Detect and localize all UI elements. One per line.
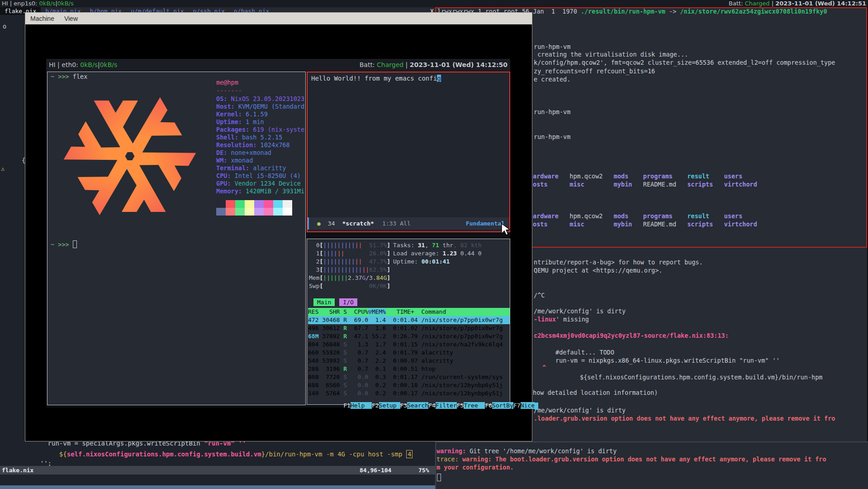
vm-terminal-window[interactable]: ~ >>> flex: [47, 72, 306, 405]
shell-prompt: ~ >>>: [51, 240, 77, 249]
process-row[interactable]: 660 55920 S 0.7 2.4 0:01.79 alacritty: [308, 349, 510, 357]
palette-swatch: [245, 200, 254, 208]
process-row[interactable]: 804 36848 S 1.3 1.7 0:01.15 /nix/store/h…: [308, 340, 510, 349]
fn-search-button[interactable]: Search: [407, 402, 428, 409]
fetch-user-host: me@hpm: [216, 79, 238, 86]
qemu-menubar: Machine View: [25, 13, 532, 24]
emacs-modeline: ● 34 *scratch* 1:33 All Fundamental: [308, 217, 509, 230]
swap-meter: Swp[ 0K/0K]: [309, 282, 390, 290]
palette-swatch: [245, 208, 254, 216]
htop-tab-bar: Main I/O: [313, 298, 357, 306]
terminal-line: k/config/hpm.qcow2', fmt=qcow2 cluster_s…: [534, 59, 835, 67]
cpu-meter-0: 0[||||||||||| 51.7%]: [309, 241, 390, 249]
fn-tree-button[interactable]: Tree: [464, 402, 485, 409]
fetch-row-kernel: Kernel: 6.1.59: [216, 110, 268, 118]
fn-key-f2[interactable]: F2: [372, 402, 379, 409]
editor-fragment: o: [3, 23, 6, 30]
emacs-cursor: g: [437, 75, 441, 82]
process-row-selected[interactable]: 472 30468 R 69.0 1.4 0:01.04 /nix/store/…: [308, 316, 510, 324]
modeline-position: 1:33: [382, 217, 396, 230]
vm-clock: 2023-11-01 (Wed) 14:12:50: [410, 61, 508, 68]
htop-window[interactable]: 0[||||||||||| 51.7%] 1[|||||| 26.0%] 2[|…: [307, 239, 510, 405]
vm-battery-status: Charged: [377, 61, 403, 68]
uptime: Uptime: 00:01:41: [393, 258, 450, 266]
fetch-row-shell: Shell: bash 5.2.15: [216, 134, 282, 141]
error-caret: ^: [542, 364, 546, 372]
fetch-row-uptime: Uptime: 1 min: [216, 118, 264, 126]
cpu-meter-1: 1[|||||| 26.0%]: [309, 249, 390, 258]
modeline-scroll: All: [400, 217, 410, 230]
fetch-separator: -------: [216, 87, 242, 95]
terminal-line: run-hpm-vm: [534, 133, 570, 141]
vm-network-status: HI | eth0: 0kB/s|0kB/s: [49, 59, 117, 71]
battery-clock: Batt: Charged | 2023-11-01 (Wed) 14:12:5…: [729, 0, 866, 7]
terminal-line: run-vm = nixpkgs.x86_64-linux.pkgs.write…: [555, 357, 780, 364]
palette-swatch: [254, 200, 264, 208]
statusline-filename: flake.nix: [2, 466, 33, 475]
battery-status: Charged: [745, 0, 770, 7]
menu-view[interactable]: View: [59, 13, 83, 24]
fetch-row-os: OS: NixOS 23.05.20231023: [216, 95, 304, 103]
file-listing-row: osts misc mybin README.md scripts virtch…: [533, 221, 757, 228]
palette-swatch: [235, 200, 245, 208]
modeline-number: 34: [328, 217, 335, 230]
fn-key-f6[interactable]: F6: [485, 402, 492, 409]
fn-bar-cursor: [535, 403, 538, 410]
fetch-row-resolution: Resolution: 1024x768: [216, 141, 290, 149]
fn-filter-button[interactable]: Filter: [436, 402, 457, 409]
process-row[interactable]: 688 6560 S 0.0 0.2 0:00.18 /nix/store/12…: [308, 381, 510, 389]
fn-key-f3[interactable]: F3: [400, 402, 408, 409]
fn-help-button[interactable]: Help: [351, 402, 372, 409]
warning-line: m your configuration.: [436, 464, 514, 471]
modeline-major-mode: Fundamental: [466, 217, 505, 230]
emacs-buffer-text: Hello World!! from my emacs config: [311, 74, 441, 83]
warning-line: trace: warning: The boot.loader.grub.ver…: [436, 455, 826, 463]
fetch-row-wm: WM: xmonad: [216, 157, 253, 164]
process-row[interactable]: 540 53992 S 0.7 2.2 0:00.97 alacritty: [308, 357, 510, 365]
htop-tab-main[interactable]: Main: [313, 298, 335, 306]
memory-meter: Mem[|||||||2.37G/3.84G]: [309, 274, 390, 282]
highlighted-number: 4: [406, 450, 413, 458]
terminal-line: ntribute/report-a-bug> for how to report…: [534, 259, 703, 266]
vm-display[interactable]: HI | eth0: 0kB/s|0kB/s Batt: Charged | 2…: [46, 59, 510, 408]
shell-prompt: ~ >>> flex: [51, 73, 87, 81]
htop-tab-io[interactable]: I/O: [339, 298, 357, 306]
error-location-line: c2bcsm4xmj0vd0capi9q2yc0yzl87-source/fla…: [534, 332, 729, 340]
palette-swatch: [283, 208, 292, 216]
fn-sortby-button[interactable]: SortBy: [492, 402, 513, 409]
fetch-row-gpu: GPU: Vendor 1234 Device: [216, 180, 301, 187]
palette-swatch: [226, 200, 235, 208]
htop-table-header[interactable]: RES SHR S CPU%▽MEM% TIME+ Command: [308, 308, 510, 316]
fn-key-f7[interactable]: F7: [513, 402, 521, 409]
qemu-window[interactable]: Machine View HI | eth0: 0kB/s|0kB/s Batt…: [25, 12, 532, 441]
fn-nice-button[interactable]: Nice: [521, 402, 535, 409]
menu-machine[interactable]: Machine: [25, 13, 59, 24]
fetch-row-cpu: CPU: Intel i5-8250U (4): [216, 172, 301, 180]
terminal-line: e created.: [534, 76, 570, 83]
palette-swatch: [216, 208, 226, 216]
terminal-line: -linux' missing: [534, 316, 589, 323]
warning-line: warning: Git tree '/home/me/work/config'…: [436, 447, 617, 455]
modeline-buffer-name: *scratch*: [342, 217, 374, 230]
fetch-row-host: Host: KVM/QEMU (Standard: [216, 103, 304, 110]
emacs-window[interactable]: Hello World!! from my emacs config ● 34 …: [307, 72, 510, 232]
palette-swatch: [226, 208, 235, 216]
fn-key-f1[interactable]: F1: [343, 402, 351, 409]
cpu-meter-2: 2[||||||||||| 47.7%]: [309, 258, 390, 266]
fn-setup-button[interactable]: Setup: [379, 402, 400, 409]
process-row[interactable]: 68M 37892 R 47.1 55.2 0:26.79 /nix/store…: [308, 332, 510, 340]
process-row[interactable]: 808 7720 S 0.0 0.3 0:01.17 /run/current-…: [308, 373, 510, 381]
process-row[interactable]: 496 30612 R 67.7 1.6 0:01.02 /nix/store/…: [308, 324, 510, 332]
terminal-line: zy_refcounts=off refcount_bits=16: [534, 67, 655, 75]
fn-key-f5[interactable]: F5: [457, 402, 464, 409]
file-listing-row: osts misc mybin README.md scripts virtch…: [533, 181, 757, 188]
palette-swatch: [273, 200, 283, 208]
terminal-cursor: [73, 240, 77, 248]
mouse-cursor-icon: [500, 223, 510, 236]
fn-key-f4[interactable]: F4: [428, 402, 436, 409]
terminal-line: /me/work/config' is dirty: [534, 307, 626, 315]
terminal-line: /me/work/config' is dirty: [534, 407, 626, 414]
process-row[interactable]: 288 3196 R 0.7 0.1 0:00.51 htop: [308, 365, 510, 373]
terminal-line: ${self.nixosConfigurations.hpm.config.sy…: [580, 374, 822, 381]
sort-column-header: ▽MEM%: [368, 308, 386, 315]
